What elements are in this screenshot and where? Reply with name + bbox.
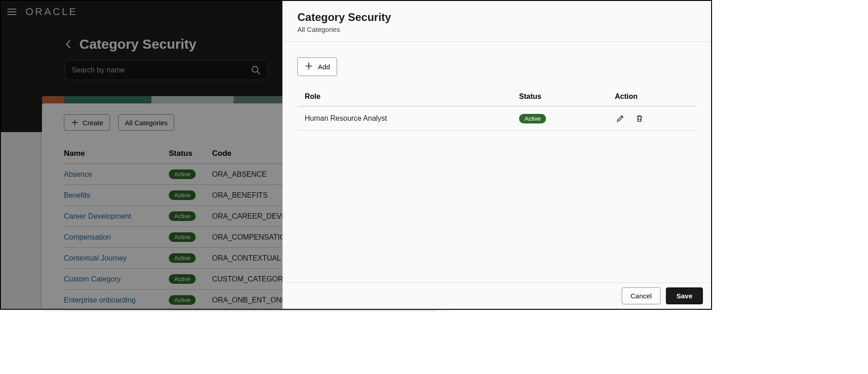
- cancel-button[interactable]: Cancel: [622, 287, 660, 304]
- drawer-footer: Cancel Save: [283, 282, 711, 309]
- role-name: Human Resource Analyst: [305, 114, 519, 123]
- col-action: Action: [615, 92, 689, 101]
- role-table: Role Status Action Human Resource Analys…: [297, 87, 696, 131]
- edit-icon[interactable]: [615, 113, 626, 124]
- save-button[interactable]: Save: [666, 287, 703, 304]
- drawer-subtitle: All Categories: [297, 26, 696, 33]
- col-status: Status: [519, 92, 615, 101]
- add-button[interactable]: Add: [297, 57, 337, 76]
- plus-icon: [304, 61, 313, 72]
- drawer-title: Category Security: [297, 11, 696, 24]
- col-role: Role: [305, 92, 519, 101]
- table-row: Human Resource Analyst Active: [297, 107, 696, 131]
- category-security-drawer: Category Security All Categories Add Rol…: [282, 1, 711, 309]
- status-badge: Active: [519, 114, 546, 123]
- delete-icon[interactable]: [634, 113, 645, 124]
- add-button-label: Add: [318, 63, 330, 71]
- role-table-header: Role Status Action: [297, 87, 696, 107]
- drawer-header: Category Security All Categories: [283, 1, 711, 42]
